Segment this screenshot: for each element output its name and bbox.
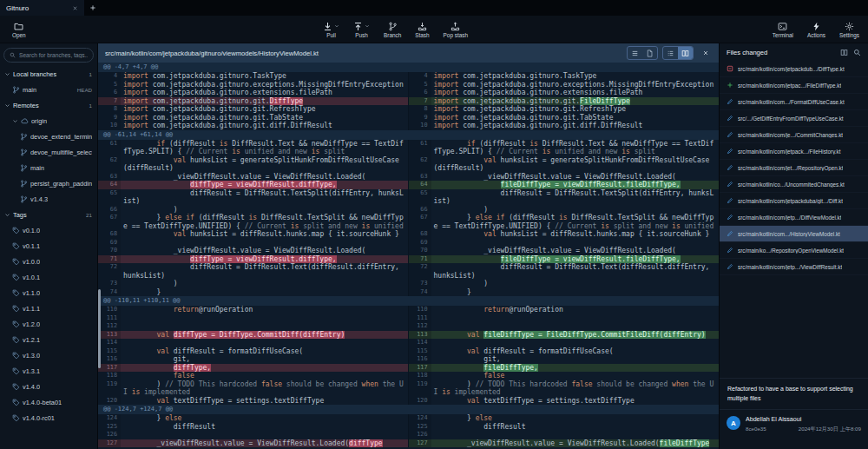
unified-view-button[interactable] [663,47,678,59]
line-number: 120 [98,397,121,406]
close-diff-button[interactable] [700,47,712,59]
pull-button[interactable]: Pull [318,16,345,43]
line-number: 10 [409,122,431,130]
commit-author-block: A Abdellah El Aissaoui 8ce0e35 2024年12月3… [720,409,868,449]
tag-icon [12,227,20,234]
app-window: Gitnuro Open Pull Push Branch [0,0,868,449]
branch-search[interactable] [3,48,94,63]
sidebar-item-v1.4.0-rc01[interactable]: v1.4.0-rc01 [0,410,97,426]
sidebar-item-local-branches[interactable]: Local branches1 [0,66,97,82]
split-view-button[interactable] [678,47,693,59]
code-line-left: import com.jetpackduba.gitnuro.git.TabSt… [121,114,409,122]
sidebar-item-label: Tags [13,211,27,219]
file-item[interactable]: src/main/kotlin/com/jet.../RepositoryOpe… [720,160,868,176]
sidebar-item-v1.3.1[interactable]: v1.3.1 [0,363,97,379]
sidebar-item-remotes[interactable]: Remotes1 [0,97,97,113]
line-number: 63 [98,173,121,182]
chevron-down-icon[interactable] [334,23,339,29]
branch-button[interactable]: Branch [378,16,406,43]
sidebar-item-v1.2.0[interactable]: v1.2.0 [0,316,97,332]
branch-tree: Local branches1mainHEADRemotes1origindev… [0,66,97,426]
line-number: 8 [409,105,431,114]
branch-search-input[interactable] [19,52,88,58]
code-line-left: _viewDiffResult.value = ViewDiffResult.L… [121,173,409,182]
actions-button[interactable]: Actions [802,16,831,43]
tag-icon [12,399,20,406]
diff-row: 64 diffType = viewDiffResult.diffType,64… [98,181,719,189]
file-item[interactable]: src/main/kotlin/co.../UncommitedChanges.… [720,176,868,193]
code-line-right: _viewDiffResult.value = ViewDiffResult.L… [431,439,720,448]
sidebar-item-v1.1.0[interactable]: v1.1.0 [0,285,97,300]
file-item[interactable]: src/.../GetDiffEntryFromDiffTypeUseCase.… [720,110,868,127]
file-item[interactable]: src/main/ko.../RepositoryOpenViewModel.k… [720,242,868,259]
file-item[interactable]: src/main/kotlin/com.../FormatDiffUseCase… [720,94,868,110]
line-number: 118 [98,372,121,380]
file-item[interactable]: src/main/kotlin/com/jetp.../DiffViewMode… [720,209,868,226]
modified-file-icon [727,230,733,237]
sidebar-item-label: v1.3.1 [23,367,40,375]
sidebar-item-origin[interactable]: origin [0,113,97,129]
search-icon[interactable] [853,49,861,56]
sidebar-item-main[interactable]: mainHEAD [0,82,97,97]
split-view-icon[interactable] [840,49,848,56]
pull-label: Pull [326,32,336,38]
diff-row: 125 diffResult125 diffResult [98,423,719,432]
text-diff-button[interactable] [628,47,642,59]
line-number: 110 [409,306,431,314]
sidebar-item-v1.3.0[interactable]: v1.3.0 [0,347,97,363]
code-line-right: ​ [431,239,720,248]
file-view-button[interactable] [642,47,657,59]
line-number: 111 [98,314,121,323]
chevron-down-icon[interactable] [365,23,370,29]
sidebar-item-v0.1.1[interactable]: v0.1.1 [0,238,97,254]
sidebar-item-label: v0.1.0 [23,227,40,234]
file-item[interactable]: src/main/kotlin/com.../HistoryViewModel.… [720,226,868,242]
open-button[interactable]: Open [7,16,31,43]
line-number: 62 [98,156,121,173]
file-item[interactable]: src/main/kotlin/com/je.../CommitChanges.… [720,127,868,143]
sidebar-item-v1.0.1[interactable]: v1.0.1 [0,269,97,285]
pop-stash-button[interactable]: Pop stash [438,16,473,43]
line-number: 118 [409,372,431,380]
file-item[interactable]: src/main/kotlin/com/jetpac.../FileDiffTy… [720,77,868,94]
diff-content[interactable]: @@ -4,7 +4,7 @@4import com.jetpackduba.g… [98,63,719,449]
diff-scrollbar[interactable] [98,289,101,368]
diff-table: 4import com.jetpackduba.gitnuro.TaskType… [98,72,719,130]
file-item[interactable]: src/main/kotlin/com/jetpackdub.../DiffTy… [720,61,868,77]
file-item[interactable]: src/main/kotlin/com/jetpackduba/git.../D… [720,193,868,209]
file-item[interactable]: src/main/kotlin/com/jetp.../ViewDiffResu… [720,259,868,275]
sidebar-item-label: Local branches [13,70,56,78]
sidebar-item-devoe-multifile-select[interactable]: devoe_multifile_select [0,144,97,160]
main-content: Local branches1mainHEADRemotes1origindev… [0,43,868,449]
line-number: 127 [98,439,121,448]
file-item[interactable]: src/main/kotlin/com/jetpack.../FileHisto… [720,143,868,160]
sidebar-item-v1.4.3[interactable]: v1.4.3 [0,191,97,207]
line-number: 73 [98,280,121,288]
sidebar-item-label: v1.4.0-rc01 [23,414,55,422]
new-tab-button[interactable] [84,0,102,16]
sidebar-item-v1.1.1[interactable]: v1.1.1 [0,300,97,316]
terminal-button[interactable]: Terminal [767,16,799,43]
settings-button[interactable]: Settings [834,16,865,43]
sidebar-item-v1.4.0[interactable]: v1.4.0 [0,379,97,394]
tab-title: Gitnuro [6,4,68,12]
sidebar-item-label: v0.1.1 [23,242,40,250]
sidebar-item-main[interactable]: main [0,160,97,175]
sidebar-item-v0.1.0[interactable]: v0.1.0 [0,222,97,238]
sidebar-item-persist-graph-paddin[interactable]: persist_graph_paddin [0,175,97,191]
sidebar-item-v1.0.0[interactable]: v1.0.0 [0,254,97,269]
line-number: 114 [98,339,121,347]
sidebar-item-v1.2.1[interactable]: v1.2.1 [0,332,97,347]
sidebar-item-tags[interactable]: Tags21 [0,207,97,222]
sidebar-item-devoe-extend-termina[interactable]: devoe_extend_termina [0,129,97,144]
repo-tab[interactable]: Gitnuro [0,0,84,16]
tab-close-icon[interactable] [72,5,78,11]
settings-label: Settings [839,32,859,38]
line-number: 4 [409,72,431,81]
push-button[interactable]: Push [348,16,375,43]
stash-button[interactable]: Stash [410,16,434,43]
modified-file-icon [727,164,733,171]
code-line-right: false [431,372,720,380]
line-number: 113 [98,331,121,340]
sidebar-item-v1.4.0-beta01[interactable]: v1.4.0-beta01 [0,394,97,410]
